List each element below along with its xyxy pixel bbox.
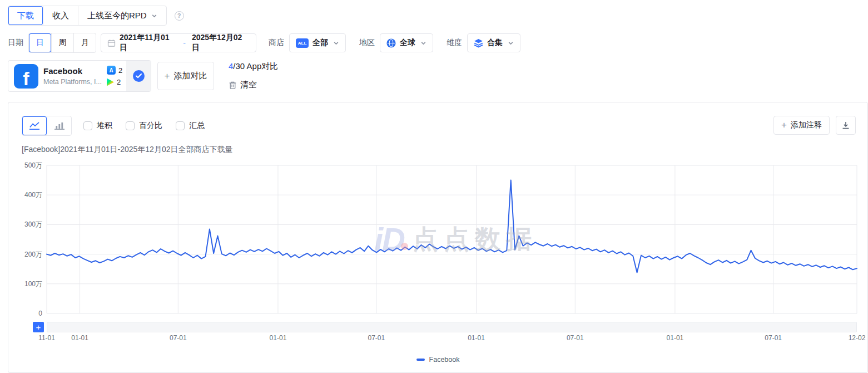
tab-rpd-label: 上线至今的RPD: [87, 11, 147, 21]
datazoom-expand-button[interactable]: +: [33, 322, 44, 332]
chevron-down-icon: [151, 13, 157, 19]
svg-text:11-01: 11-01: [38, 334, 55, 342]
svg-text:100万: 100万: [24, 280, 42, 288]
metric-tabs-group: 下载 收入 上线至今的RPD: [8, 6, 167, 26]
svg-text:07-01: 07-01: [567, 334, 584, 342]
chart-plot-area[interactable]: [47, 165, 857, 313]
clear-compare-button[interactable]: 清空: [229, 80, 278, 90]
legend-color-dash: [416, 359, 425, 361]
tab-downloads-label: 下载: [17, 11, 34, 21]
appstore-icon: A: [107, 66, 116, 75]
appstore-count-row: A 2: [107, 66, 122, 75]
granularity-month-label: 月: [81, 38, 89, 48]
date-separator: -: [183, 38, 186, 47]
datazoom-slider[interactable]: [47, 322, 857, 332]
chevron-down-icon: [508, 40, 514, 46]
chevron-down-icon: [420, 40, 426, 46]
svg-text:01-01: 01-01: [270, 334, 287, 342]
calendar-icon: [107, 39, 116, 47]
store-all-icon: ALL: [296, 38, 309, 48]
legend-item-facebook[interactable]: Facebook: [8, 356, 867, 364]
googleplay-count: 2: [117, 78, 121, 86]
app-name: Facebook: [43, 66, 106, 76]
app-card-texts: Facebook Meta Platforms, I...: [43, 66, 106, 86]
svg-text:01-01: 01-01: [667, 334, 684, 342]
compare-bar: f Facebook Meta Platforms, I... A 2 2 + …: [8, 60, 278, 92]
store-value: 全部: [313, 38, 328, 48]
region-label: 地区: [359, 38, 375, 48]
line-chart-icon: [29, 121, 40, 130]
svg-text:500万: 500万: [24, 161, 42, 169]
date-end: 2025年12月02日: [192, 33, 250, 53]
store-label: 商店: [269, 38, 284, 48]
date-start: 2021年11月01日: [120, 33, 177, 53]
app-publisher: Meta Platforms, I...: [43, 78, 106, 86]
svg-text:07-01: 07-01: [368, 334, 385, 342]
svg-text:200万: 200万: [24, 251, 42, 258]
date-range-picker[interactable]: 2021年11月01日 - 2025年12月02日: [101, 33, 256, 52]
tab-revenue[interactable]: 收入: [43, 6, 78, 25]
svg-text:01-01: 01-01: [468, 334, 485, 342]
svg-text:07-01: 07-01: [170, 334, 187, 342]
googleplay-count-row: 2: [107, 78, 122, 86]
compare-count-suffix: /30 App对比: [233, 61, 278, 71]
svg-text:400万: 400万: [24, 191, 42, 199]
globe-icon: [386, 38, 396, 48]
appstore-count: 2: [118, 66, 122, 75]
store-select[interactable]: ALL 全部: [289, 33, 346, 52]
svg-text:07-01: 07-01: [765, 334, 782, 342]
dimension-select[interactable]: 合集: [467, 33, 520, 52]
granularity-week[interactable]: 周: [51, 33, 73, 52]
line-chart-toggle[interactable]: [22, 116, 47, 135]
dimension-value: 合集: [487, 38, 503, 48]
tab-downloads[interactable]: 下载: [8, 6, 43, 25]
store-count-badges: A 2 2: [107, 66, 122, 86]
metric-tab-bar: 下载 收入 上线至今的RPD ?: [8, 6, 184, 26]
granularity-week-label: 周: [59, 38, 67, 48]
svg-text:12-02: 12-02: [849, 334, 866, 342]
granularity-day-label: 日: [36, 38, 44, 48]
dimension-label: 维度: [447, 38, 462, 48]
plus-icon: +: [165, 71, 170, 82]
filter-bar: 日期 日 周 月 2021年11月01日 - 2025年12月02日 商店 AL…: [8, 33, 520, 52]
check-circle-icon: [133, 70, 145, 82]
legend-label: Facebook: [429, 356, 460, 364]
region-select[interactable]: 全球: [380, 33, 433, 52]
date-label: 日期: [8, 38, 23, 48]
compare-count: 4/30 App对比: [229, 61, 278, 72]
add-compare-button[interactable]: + 添加对比: [157, 62, 214, 90]
help-icon[interactable]: ?: [175, 11, 184, 21]
granularity-month[interactable]: 月: [73, 33, 96, 52]
tab-revenue-label: 收入: [52, 11, 69, 21]
facebook-app-icon: f: [14, 64, 38, 89]
compare-status: 4/30 App对比 清空: [229, 60, 278, 91]
chevron-down-icon: [333, 40, 339, 46]
googleplay-icon: [107, 78, 114, 86]
collection-layers-icon: [474, 38, 483, 48]
chart-panel: 堆积 百分比 汇总 + 添加注释 [Facebook]2021年11月01日-2…: [8, 102, 868, 373]
granularity-day[interactable]: 日: [29, 33, 51, 52]
tab-rpd[interactable]: 上线至今的RPD: [78, 6, 166, 25]
app-selected-section[interactable]: [126, 61, 151, 91]
svg-text:300万: 300万: [24, 220, 42, 228]
granularity-group: 日 周 月: [28, 33, 96, 53]
add-compare-label: 添加对比: [173, 71, 207, 81]
app-card-facebook[interactable]: f Facebook Meta Platforms, I... A 2 2: [8, 60, 151, 92]
clear-label: 清空: [240, 80, 257, 90]
trash-icon: [229, 81, 237, 90]
svg-text:01-01: 01-01: [71, 334, 88, 342]
region-value: 全球: [400, 38, 415, 48]
svg-text:0: 0: [38, 310, 42, 317]
